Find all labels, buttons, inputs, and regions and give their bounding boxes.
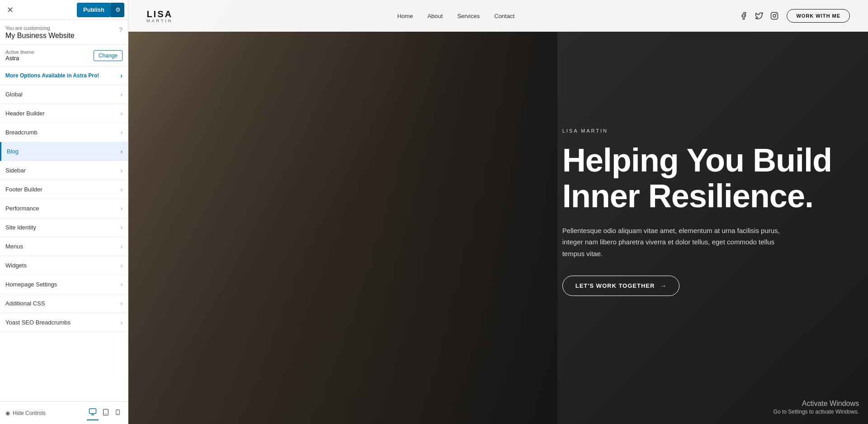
menu-item-widgets[interactable]: Widgets ›: [0, 256, 128, 275]
hide-controls-icon: ◉: [5, 410, 10, 416]
chevron-right-icon: ›: [121, 319, 123, 326]
theme-label: Active theme: [5, 49, 34, 55]
chevron-right-icon: ›: [121, 129, 123, 136]
menu-item-site-identity[interactable]: Site Identity ›: [0, 218, 128, 237]
menu-item-label: Header Builder: [5, 110, 45, 117]
astra-pro-label: More Options Available in Astra Pro!: [5, 72, 99, 79]
astra-pro-chevron: ›: [120, 72, 123, 79]
facebook-icon[interactable]: [739, 11, 749, 21]
chevron-right-icon: ›: [121, 281, 123, 288]
menu-item-menus[interactable]: Menus ›: [0, 237, 128, 256]
hero-subtitle: LISA MARTIN: [562, 128, 832, 133]
windows-title: Activate Windows: [774, 400, 859, 408]
settings-icon: ⚙: [115, 6, 121, 13]
hero-cta-arrow: →: [660, 282, 666, 289]
menu-item-label: Breadcrumb: [5, 129, 38, 136]
top-bar: ✕ Publish ⚙: [0, 0, 128, 20]
hero-person-area: [128, 0, 557, 424]
customizing-label: You are customizing: [5, 25, 75, 31]
menu-item-performance[interactable]: Performance ›: [0, 199, 128, 218]
nav-link-contact[interactable]: Contact: [494, 13, 514, 19]
menu-item-label: Site Identity: [5, 224, 36, 231]
customizing-title: My Business Website: [5, 32, 75, 40]
bottom-bar: ◉ Hide Controls: [0, 401, 128, 424]
menu-item-label: Menus: [5, 243, 23, 250]
hero-cta-button[interactable]: LET'S WORK TOGETHER →: [562, 276, 680, 296]
hero-title-line2: Inner Resilience.: [562, 178, 813, 214]
menu-items-list: Global › Header Builder › Breadcrumb › B…: [0, 85, 128, 401]
hero-title: Helping You Build Inner Resilience.: [562, 143, 832, 214]
svg-rect-7: [771, 13, 778, 19]
chevron-right-icon: ›: [121, 148, 123, 155]
menu-item-footer-builder[interactable]: Footer Builder ›: [0, 180, 128, 199]
site-logo: LISA MARTIN: [146, 9, 173, 23]
logo-sub: MARTIN: [146, 19, 173, 23]
menu-item-sidebar[interactable]: Sidebar ›: [0, 161, 128, 180]
menu-item-yoast-seo[interactable]: Yoast SEO Breadcrumbs ›: [0, 313, 128, 332]
publish-label: Publish: [83, 6, 104, 13]
hide-controls-label: Hide Controls: [13, 410, 46, 416]
chevron-right-icon: ›: [121, 167, 123, 174]
menu-item-label: Global: [5, 91, 23, 98]
menu-item-label: Blog: [7, 148, 19, 155]
chevron-right-icon: ›: [121, 300, 123, 307]
device-tablet-button[interactable]: [100, 406, 111, 420]
menu-item-blog[interactable]: Blog ›: [0, 142, 128, 161]
menu-item-homepage-settings[interactable]: Homepage Settings ›: [0, 275, 128, 294]
svg-rect-0: [90, 409, 96, 414]
menu-item-additional-css[interactable]: Additional CSS ›: [0, 294, 128, 313]
chevron-right-icon: ›: [121, 262, 123, 269]
twitter-icon[interactable]: [754, 11, 764, 21]
customizing-section: You are customizing My Business Website …: [0, 20, 128, 45]
publish-settings-button[interactable]: ⚙: [111, 3, 124, 17]
device-desktop-button[interactable]: [87, 406, 99, 420]
chevron-right-icon: ›: [121, 205, 123, 212]
instagram-icon[interactable]: [769, 11, 779, 21]
menu-item-label: Widgets: [5, 262, 27, 269]
nav-link-about[interactable]: About: [427, 13, 443, 19]
device-icons: [87, 406, 123, 420]
site-header: LISA MARTIN Home About Services Contact …: [128, 0, 868, 32]
website-preview: LISA MARTIN Home About Services Contact …: [128, 0, 868, 424]
nav-link-home[interactable]: Home: [397, 13, 413, 19]
hero-title-line1: Helping You Build: [562, 142, 832, 178]
menu-item-header-builder[interactable]: Header Builder ›: [0, 104, 128, 123]
menu-item-breadcrumb[interactable]: Breadcrumb ›: [0, 123, 128, 142]
chevron-right-icon: ›: [121, 91, 123, 98]
menu-item-label: Additional CSS: [5, 300, 45, 307]
publish-group: Publish ⚙: [77, 3, 124, 17]
chevron-right-icon: ›: [121, 243, 123, 250]
chevron-right-icon: ›: [121, 186, 123, 193]
menu-item-label: Performance: [5, 205, 39, 212]
customizer-panel: ✕ Publish ⚙ You are customizing My Busin…: [0, 0, 128, 424]
windows-desc: Go to Settings to activate Windows.: [774, 409, 859, 415]
theme-section: Active theme Astra Change: [0, 45, 128, 67]
menu-item-label: Sidebar: [5, 167, 26, 174]
social-icons: [739, 11, 779, 21]
menu-item-global[interactable]: Global ›: [0, 85, 128, 104]
publish-button[interactable]: Publish: [77, 3, 111, 17]
work-with-me-button[interactable]: WORK WITH ME: [787, 9, 850, 23]
menu-item-label: Footer Builder: [5, 186, 42, 193]
theme-name: Astra: [5, 55, 34, 62]
site-nav: Home About Services Contact: [397, 13, 514, 19]
change-theme-button[interactable]: Change: [94, 50, 123, 61]
chevron-right-icon: ›: [121, 110, 123, 117]
device-mobile-button[interactable]: [113, 406, 123, 420]
astra-pro-banner[interactable]: More Options Available in Astra Pro! ›: [0, 67, 128, 85]
menu-item-label: Yoast SEO Breadcrumbs: [5, 319, 71, 326]
menu-item-label: Homepage Settings: [5, 281, 57, 288]
header-right: WORK WITH ME: [739, 9, 850, 23]
hero-cta-label: LET'S WORK TOGETHER: [576, 282, 655, 289]
nav-link-services[interactable]: Services: [457, 13, 480, 19]
hero-content: LISA MARTIN Helping You Build Inner Resi…: [562, 128, 832, 296]
logo-name: LISA: [146, 9, 173, 19]
hero-description: Pellentesque odio aliquam vitae amet, el…: [562, 225, 788, 260]
close-button[interactable]: ✕: [4, 4, 16, 16]
svg-point-8: [773, 14, 776, 17]
hide-controls-button[interactable]: ◉ Hide Controls: [5, 410, 46, 416]
windows-notice: Activate Windows Go to Settings to activ…: [774, 400, 859, 415]
help-icon[interactable]: ?: [119, 26, 123, 33]
svg-point-9: [776, 14, 777, 14]
chevron-right-icon: ›: [121, 224, 123, 231]
